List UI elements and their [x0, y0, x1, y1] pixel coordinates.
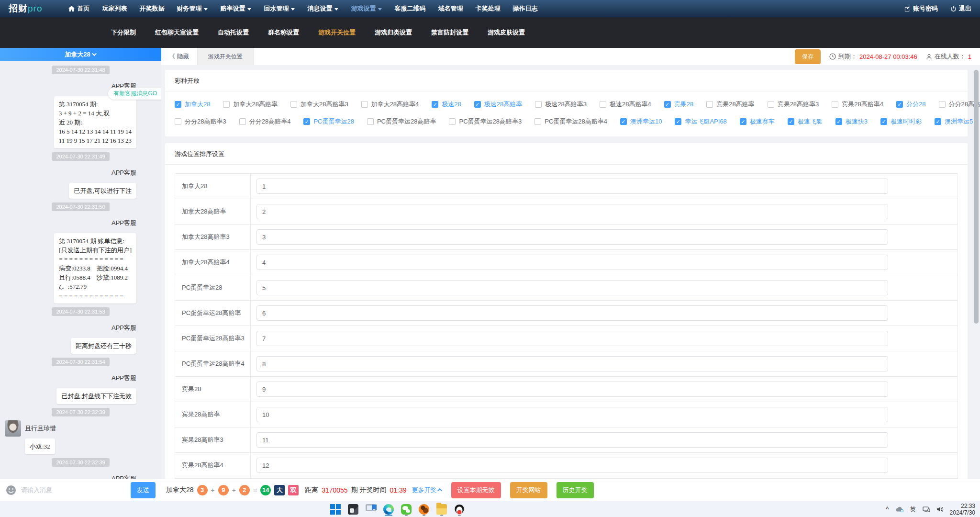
- taskbar-file-explorer[interactable]: [435, 502, 448, 517]
- draw-website-button[interactable]: 开奖网站: [510, 482, 547, 498]
- lottery-checkbox-极速时时彩[interactable]: ✓ 极速时时彩: [880, 117, 922, 126]
- lottery-checkbox-极速28高赔率4[interactable]: 极速28高赔率4: [600, 100, 651, 109]
- account-password-button[interactable]: 账号密码: [904, 4, 938, 13]
- sub-menu-item-禁言防封设置[interactable]: 禁言防封设置: [431, 28, 468, 37]
- chat-room-name: 加拿大28: [65, 50, 90, 59]
- chat-timestamp: 2024-07-30 22:31:54: [52, 358, 109, 366]
- taskbar-edge-browser[interactable]: [382, 502, 395, 517]
- taskbar-pc-manager[interactable]: [365, 502, 377, 517]
- lottery-checkbox-PC蛋蛋幸运28高赔率3[interactable]: PC蛋蛋幸运28高赔率3: [449, 117, 522, 126]
- top-menu-item-财务管理[interactable]: 财务管理: [177, 4, 208, 13]
- taskbar-browser[interactable]: [418, 502, 430, 517]
- lottery-checkbox-澳洲幸运10[interactable]: ✓ 澳洲幸运10: [620, 117, 662, 126]
- sort-order-input[interactable]: [256, 331, 888, 346]
- sort-order-input[interactable]: [256, 229, 888, 245]
- running-indicator: [405, 515, 408, 516]
- taskbar-qq[interactable]: [453, 502, 466, 517]
- logout-button[interactable]: 退出: [950, 4, 971, 13]
- sort-order-input[interactable]: [256, 407, 888, 422]
- ime-indicator[interactable]: 英: [910, 505, 916, 514]
- sub-menu-item-游戏皮肤设置[interactable]: 游戏皮肤设置: [488, 28, 525, 37]
- save-button[interactable]: 保存: [795, 49, 821, 64]
- lottery-checkbox-分分28[interactable]: ✓ 分分28: [896, 100, 925, 109]
- network-icon[interactable]: [923, 506, 930, 513]
- sort-order-input[interactable]: [256, 432, 888, 448]
- chat-message-input[interactable]: [21, 486, 126, 494]
- sub-menu-item-下分限制[interactable]: 下分限制: [111, 28, 136, 37]
- top-menu-item-消息设置[interactable]: 消息设置: [307, 4, 338, 13]
- lottery-checkbox-宾果28高赔率[interactable]: 宾果28高赔率: [706, 100, 754, 109]
- sort-order-input[interactable]: [256, 458, 888, 473]
- lottery-checkbox-加拿大28[interactable]: ✓ 加拿大28: [175, 100, 210, 109]
- lottery-checkbox-加拿大28高赔率4[interactable]: 加拿大28高赔率4: [361, 100, 419, 109]
- top-menu-item-客服二维码[interactable]: 客服二维码: [394, 4, 425, 13]
- onedrive-icon[interactable]: [895, 506, 904, 513]
- taskbar-windows-start[interactable]: [329, 502, 342, 517]
- invalidate-period-button[interactable]: 设置本期无效: [451, 482, 501, 498]
- top-menu-item-label: 首页: [77, 4, 89, 13]
- sort-order-input[interactable]: [256, 280, 888, 295]
- sub-menu-item-游戏归类设置[interactable]: 游戏归类设置: [375, 28, 412, 37]
- show-hidden-icons-button[interactable]: ^: [886, 506, 889, 513]
- sort-order-input[interactable]: [256, 255, 888, 270]
- volume-icon[interactable]: [936, 506, 944, 513]
- taskbar-task-view[interactable]: [347, 502, 359, 517]
- avatar: [140, 471, 156, 479]
- lottery-checkbox-幸运飞艇API68[interactable]: ✓ 幸运飞艇API68: [675, 117, 726, 126]
- top-menu-item-赔率设置[interactable]: 赔率设置: [220, 4, 251, 13]
- top-menu-item-游戏设置[interactable]: 游戏设置: [351, 4, 382, 13]
- lottery-checkbox-极速赛车[interactable]: ✓ 极速赛车: [740, 117, 775, 126]
- expire-label: 到期：: [838, 52, 857, 61]
- vertical-scrollbar[interactable]: [974, 70, 979, 324]
- lottery-checkbox-分分28高赔率3[interactable]: 分分28高赔率3: [175, 117, 226, 126]
- top-menu-item-操作日志[interactable]: 操作日志: [512, 4, 537, 13]
- checkbox-icon: ✓: [664, 101, 671, 108]
- top-menu-item-开奖数据[interactable]: 开奖数据: [139, 4, 164, 13]
- top-menu-item-首页[interactable]: 首页: [68, 4, 89, 13]
- new-message-notice[interactable]: 有新客服消息GO: [108, 88, 161, 100]
- lottery-checkbox-澳洲幸运5[interactable]: ✓ 澳洲幸运5: [935, 117, 973, 126]
- taskbar-wechat[interactable]: [400, 502, 412, 517]
- sub-menu-item-红包聊天室设置[interactable]: 红包聊天室设置: [155, 28, 199, 37]
- lottery-checkbox-加拿大28高赔率3[interactable]: 加拿大28高赔率3: [290, 100, 348, 109]
- lottery-checkbox-极速28高赔率3[interactable]: 极速28高赔率3: [535, 100, 587, 109]
- lottery-checkbox-极速快3[interactable]: ✓ 极速快3: [835, 117, 868, 126]
- sort-order-input[interactable]: [256, 356, 888, 371]
- checkbox-icon: ✓: [303, 118, 310, 125]
- hide-sidebar-button[interactable]: 《 隐藏: [161, 48, 197, 65]
- tab-game-switch-position[interactable]: 游戏开关位置: [197, 48, 254, 65]
- lottery-checkbox-加拿大28高赔率[interactable]: 加拿大28高赔率: [223, 100, 277, 109]
- top-menu-item-卡奖处理[interactable]: 卡奖处理: [475, 4, 500, 13]
- lottery-checkbox-PC蛋蛋幸运28高赔率[interactable]: PC蛋蛋幸运28高赔率: [367, 117, 436, 126]
- top-menu-item-域名管理[interactable]: 域名管理: [438, 4, 463, 13]
- lottery-checkbox-极速28高赔率[interactable]: ✓ 极速28高赔率: [474, 100, 522, 109]
- sort-order-input[interactable]: [256, 204, 888, 219]
- lottery-checkbox-PC蛋蛋幸运28高赔率4[interactable]: PC蛋蛋幸运28高赔率4: [535, 117, 607, 126]
- chat-timestamp: 2024-07-30 22:31:49: [52, 152, 109, 161]
- expire-value: 2024-08-27 00:03:46: [859, 53, 917, 60]
- lottery-checkbox-极速28[interactable]: ✓ 极速28: [432, 100, 461, 109]
- sub-menu-item-游戏开关位置[interactable]: 游戏开关位置: [318, 28, 356, 37]
- lottery-checkbox-宾果28高赔率4[interactable]: 宾果28高赔率4: [832, 100, 883, 109]
- lottery-checkbox-宾果28[interactable]: ✓ 宾果28: [664, 100, 693, 109]
- top-menu-item-回水管理[interactable]: 回水管理: [264, 4, 295, 13]
- lottery-checkbox-分分28高赔率4[interactable]: 分分28高赔率4: [239, 117, 291, 126]
- avatar: [140, 320, 156, 336]
- history-draws-button[interactable]: 历史开奖: [557, 482, 594, 498]
- lottery-checkbox-极速飞艇[interactable]: ✓ 极速飞艇: [788, 117, 823, 126]
- send-button[interactable]: 发送: [131, 482, 156, 498]
- taskbar-clock[interactable]: 22:33 2024/7/30: [950, 503, 975, 516]
- panel-lottery-open: 彩种开放 ✓ 加拿大28 加拿大28高赔率 加拿大28高赔率3 加拿大28高赔率…: [165, 70, 968, 136]
- sub-menu-item-自动托设置[interactable]: 自动托设置: [218, 28, 249, 37]
- lottery-checkbox-PC蛋蛋幸运28[interactable]: ✓ PC蛋蛋幸运28: [303, 117, 354, 126]
- emoji-icon[interactable]: [6, 485, 16, 495]
- more-draws-link[interactable]: 更多开奖: [412, 486, 442, 495]
- sort-order-input[interactable]: [256, 179, 888, 194]
- sort-order-input[interactable]: [256, 382, 888, 397]
- sort-order-input[interactable]: [256, 305, 888, 321]
- lottery-checkbox-label: 极速赛车: [750, 117, 775, 126]
- chat-room-selector[interactable]: 加拿大28: [0, 48, 161, 61]
- lottery-checkbox-宾果28高赔率3[interactable]: 宾果28高赔率3: [768, 100, 819, 109]
- top-menu-item-玩家列表[interactable]: 玩家列表: [102, 4, 127, 13]
- sub-menu-item-群名称设置[interactable]: 群名称设置: [268, 28, 299, 37]
